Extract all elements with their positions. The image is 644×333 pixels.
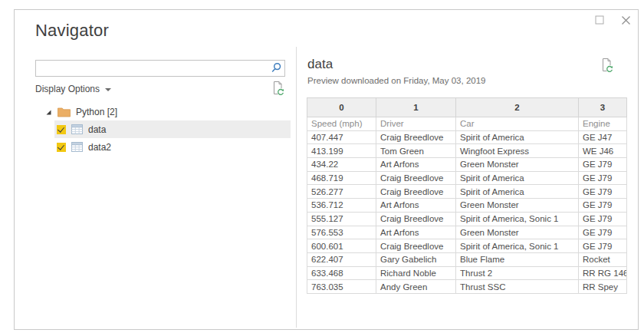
table-cell: 600.601 (307, 239, 376, 253)
table-body: Speed (mph)DriverCarEngine407.447Craig B… (307, 117, 627, 294)
preview-subtitle: Preview downloaded on Friday, May 03, 20… (307, 76, 485, 85)
navigation-tree: Python [2] data (44, 104, 291, 156)
table-cell: GE J79 (579, 226, 627, 239)
table-cell: GE J79 (579, 171, 627, 185)
table-row: 555.127Craig BreedloveSpirit of America,… (307, 212, 627, 226)
close-icon (621, 15, 631, 25)
table-cell: 413.199 (307, 144, 376, 158)
document-refresh-icon (600, 58, 614, 73)
folder-icon (58, 107, 71, 117)
column-header: 0 (307, 98, 376, 117)
table-row: 600.601Craig BreedloveSpirit of America,… (307, 239, 627, 253)
table-cell: Craig Breedlove (376, 171, 456, 185)
table-cell: Spirit of America (456, 185, 579, 199)
refresh-list-button[interactable] (271, 81, 285, 98)
display-options-label: Display Options (35, 84, 100, 94)
checkbox-checked-icon[interactable] (57, 125, 66, 134)
preview-table: 0123 Speed (mph)DriverCarEngine407.447Cr… (307, 97, 627, 294)
table-cell: Spirit of America (456, 171, 579, 185)
table-cell: 555.127 (307, 212, 376, 226)
table-cell: Gary Gabelich (376, 252, 456, 266)
table-cell: GE J79 (579, 212, 627, 226)
table-cell: Engine (579, 117, 627, 131)
search-box (35, 60, 285, 77)
table-cell: Wingfoot Express (456, 144, 579, 158)
table-cell: GE J79 (579, 185, 627, 199)
expanded-triangle-icon[interactable] (44, 108, 52, 116)
table-cell: 468.719 (307, 171, 376, 185)
search-input[interactable] (35, 60, 285, 77)
table-cell: GE J79 (579, 199, 627, 213)
table-cell: Blue Flame (456, 252, 579, 266)
table-cell: Art Arfons (376, 199, 456, 213)
table-cell: Spirit of America (456, 130, 579, 144)
table-cell: GE J79 (579, 239, 627, 253)
tree-item-data[interactable]: data (54, 120, 291, 138)
caret-down-icon (105, 88, 111, 91)
table-cell: GE J79 (579, 158, 627, 172)
table-cell: WE J46 (579, 144, 627, 158)
table-cell: Spirit of America, Sonic 1 (456, 212, 579, 226)
table-cell: 763.035 (307, 280, 376, 294)
table-cell: 434.22 (307, 158, 376, 172)
preview-title: data (307, 57, 333, 72)
display-options-dropdown[interactable]: Display Options (35, 84, 111, 94)
table-cell: Green Monster (456, 158, 579, 172)
refresh-preview-button[interactable] (600, 58, 614, 75)
table-row: 434.22Art ArfonsGreen MonsterGE J79 (307, 158, 627, 172)
table-cell: Craig Breedlove (376, 130, 456, 144)
screen: Navigator Display Options (0, 0, 644, 333)
tree-items: data data2 (54, 120, 291, 156)
table-cell: Richard Noble (376, 266, 456, 280)
table-cell: Craig Breedlove (376, 185, 456, 199)
table-row: 407.447Craig BreedloveSpirit of AmericaG… (307, 130, 627, 144)
dialog-title: Navigator (35, 21, 109, 41)
table-cell: RR Spey (579, 280, 627, 294)
close-button[interactable] (619, 14, 632, 26)
table-header-row: 0123 (307, 98, 627, 117)
table-cell: Craig Breedlove (376, 212, 456, 226)
table-icon (71, 124, 83, 134)
table-row: 468.719Craig BreedloveSpirit of AmericaG… (307, 171, 627, 185)
table-cell: Andy Green (376, 280, 456, 294)
table-cell: Art Arfons (376, 226, 456, 239)
table-cell: Thrust SSC (456, 280, 579, 294)
maximize-button[interactable] (593, 14, 606, 26)
document-refresh-icon (271, 81, 285, 96)
tree-item-label: data2 (88, 142, 111, 153)
table-row: Speed (mph)DriverCarEngine (307, 117, 627, 131)
table-cell: Tom Green (376, 144, 456, 158)
table-cell: 622.407 (307, 252, 376, 266)
maximize-icon (595, 15, 604, 25)
tree-group-label: Python [2] (76, 107, 117, 117)
table-cell: Craig Breedlove (376, 239, 456, 253)
table-cell: Green Monster (456, 226, 579, 239)
table-cell: GE J47 (579, 130, 627, 144)
table-cell: Speed (mph) (307, 117, 376, 131)
table-cell: Spirit of America, Sonic 1 (456, 239, 579, 253)
tree-item-data2[interactable]: data2 (54, 138, 291, 156)
table-row: 633.468Richard NobleThrust 2RR RG 146 (307, 266, 627, 280)
table-cell: 576.553 (307, 226, 376, 239)
table-row: 526.277Craig BreedloveSpirit of AmericaG… (307, 185, 627, 199)
table-cell: 526.277 (307, 185, 376, 199)
column-header: 3 (579, 98, 627, 117)
table-cell: Car (456, 117, 579, 131)
table-row: 413.199Tom GreenWingfoot ExpressWE J46 (307, 144, 627, 158)
column-header: 1 (376, 98, 456, 117)
table-row: 622.407Gary GabelichBlue FlameRocket (307, 252, 627, 266)
tree-group-python[interactable]: Python [2] (44, 104, 291, 120)
table-cell: Green Monster (456, 199, 579, 213)
preview-table-container: 0123 Speed (mph)DriverCarEngine407.447Cr… (307, 97, 627, 294)
table-cell: Driver (376, 117, 456, 131)
table-row: 576.553Art ArfonsGreen MonsterGE J79 (307, 226, 627, 239)
checkbox-checked-icon[interactable] (57, 143, 66, 152)
table-cell: Thrust 2 (456, 266, 579, 280)
table-cell: RR RG 146 (579, 266, 627, 280)
table-cell: 407.447 (307, 130, 376, 144)
table-row: 763.035Andy GreenThrust SSCRR Spey (307, 280, 627, 294)
table-row: 536.712Art ArfonsGreen MonsterGE J79 (307, 199, 627, 213)
pane-divider (296, 47, 297, 328)
table-cell: Rocket (579, 252, 627, 266)
column-header: 2 (456, 98, 579, 117)
